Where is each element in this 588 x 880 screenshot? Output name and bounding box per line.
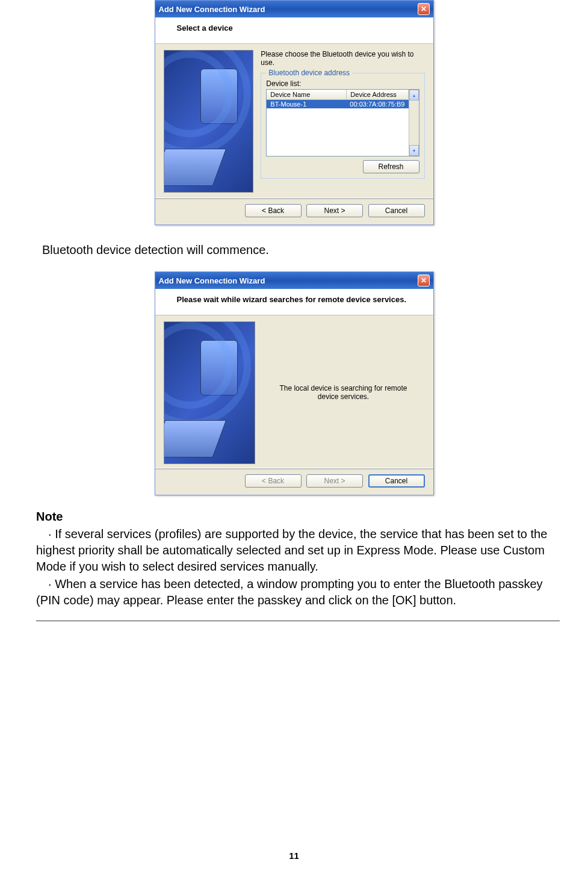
scroll-up-icon[interactable]: ▴ — [409, 90, 419, 101]
wizard-footer: < Back Next > Cancel — [155, 469, 433, 495]
cancel-button[interactable]: Cancel — [368, 204, 425, 217]
scroll-down-icon[interactable]: ▾ — [409, 145, 419, 156]
device-row-selected[interactable]: BT-Mouse-1 00:03:7A:08:75:B9 — [267, 100, 408, 108]
page-number: 11 — [0, 851, 588, 861]
instruction-text: Please choose the Bluetooth device you w… — [261, 50, 424, 67]
wizard-graphic — [164, 321, 255, 464]
wizard-footer: < Back Next > Cancel — [155, 199, 433, 225]
fieldset-legend: Bluetooth device address — [266, 69, 352, 77]
wizard-step-title: Please wait while wizard searches for re… — [177, 295, 421, 304]
titlebar: Add New Connection Wizard ✕ — [155, 272, 433, 289]
close-icon[interactable]: ✕ — [418, 274, 430, 287]
wizard-step-title: Select a device — [177, 23, 421, 33]
cell-device-address: 00:03:7A:08:75:B9 — [346, 100, 408, 108]
back-button[interactable]: < Back — [245, 204, 302, 217]
bullet-icon: · — [36, 527, 52, 541]
wizard-header: Please wait while wizard searches for re… — [155, 289, 433, 315]
next-button[interactable]: Next > — [306, 204, 363, 217]
cell-device-name: BT-Mouse-1 — [267, 100, 346, 108]
note-paragraph-1: If several services (profiles) are suppo… — [36, 527, 547, 573]
list-header: Device Name Device Address — [267, 90, 408, 100]
note-heading: Note — [36, 509, 552, 525]
note-section: Note · If several services (profiles) ar… — [36, 509, 552, 609]
window-title: Add New Connection Wizard — [159, 5, 265, 14]
note-paragraph-2: When a service has been detected, a wind… — [36, 577, 543, 607]
wizard-dialog-select-device: Add New Connection Wizard ✕ Select a dev… — [155, 0, 434, 225]
wizard-header: Select a device — [155, 17, 433, 44]
next-button: Next > — [306, 474, 363, 488]
paragraph-detection: Bluetooth device detection will commence… — [42, 243, 552, 257]
back-button: < Back — [245, 474, 302, 488]
column-device-name[interactable]: Device Name — [267, 90, 347, 99]
wizard-graphic — [164, 50, 254, 193]
refresh-button[interactable]: Refresh — [363, 160, 419, 173]
scrollbar[interactable]: ▴ ▾ — [409, 90, 419, 156]
bullet-icon: · — [36, 577, 52, 590]
cancel-button[interactable]: Cancel — [368, 474, 425, 488]
wizard-dialog-searching: Add New Connection Wizard ✕ Please wait … — [155, 271, 434, 495]
device-listbox[interactable]: Device Name Device Address BT-Mouse-1 00… — [266, 89, 419, 156]
close-icon[interactable]: ✕ — [418, 3, 430, 15]
window-title: Add New Connection Wizard — [159, 276, 265, 285]
column-device-address[interactable]: Device Address — [347, 90, 408, 99]
device-address-fieldset: Bluetooth device address Device list: De… — [261, 73, 424, 179]
titlebar: Add New Connection Wizard ✕ — [155, 1, 433, 17]
searching-message: The local device is searching for remote… — [262, 321, 425, 463]
footer-rule — [36, 621, 560, 621]
device-list-label: Device list: — [266, 79, 419, 88]
